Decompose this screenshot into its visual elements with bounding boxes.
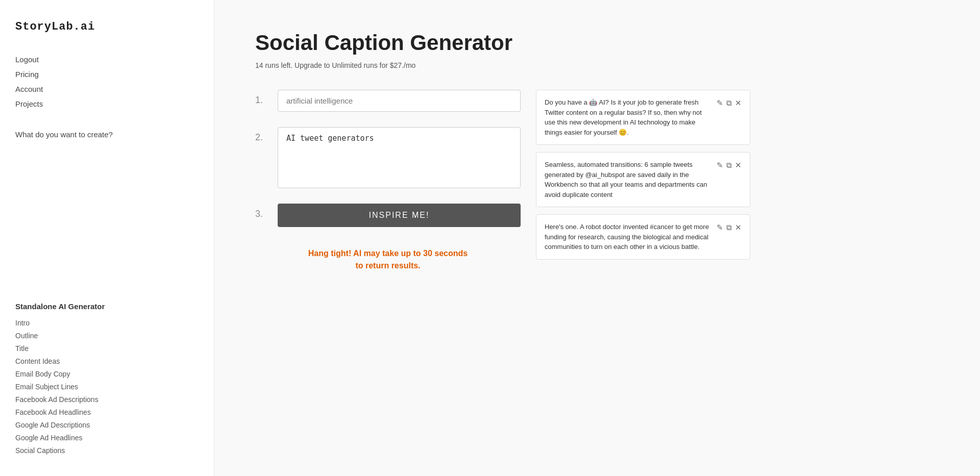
what-create-label: What do you want to create?	[15, 130, 199, 139]
result-card-1-actions: ✎ ⧉ ✕	[717, 97, 742, 109]
standalone-link-social-captions[interactable]: Social Captions	[15, 445, 199, 456]
main-content: Social Caption Generator 14 runs left. U…	[214, 0, 980, 476]
results-column: Do you have a 🤖 AI? Is it your job to ge…	[536, 90, 750, 260]
standalone-link-facebook-ad-headlines[interactable]: Facebook Ad Headlines	[15, 407, 199, 417]
standalone-link-google-ad-headlines[interactable]: Google Ad Headlines	[15, 433, 199, 443]
standalone-link-content-ideas[interactable]: Content Ideas	[15, 356, 199, 366]
standalone-link-google-ad-descriptions[interactable]: Google Ad Descriptions	[15, 420, 199, 430]
topic-input[interactable]	[278, 90, 521, 112]
form-row-3: 3. Inspire me!	[255, 204, 521, 227]
result-card-1: Do you have a 🤖 AI? Is it your job to ge…	[536, 90, 750, 145]
result-text-2: Seamless, automated transitions: 6 sampl…	[545, 160, 713, 199]
runs-info: 14 runs left. Upgrade to Unlimited runs …	[255, 61, 939, 69]
edit-icon-1[interactable]: ✎	[717, 97, 723, 109]
page-title: Social Caption Generator	[255, 31, 939, 55]
result-card-3: Here's one. A robot doctor invented #can…	[536, 214, 750, 260]
step-2-number: 2.	[255, 127, 267, 143]
step-3-number: 3.	[255, 204, 267, 219]
content-input[interactable]: AI tweet generators	[278, 127, 521, 188]
copy-icon-1[interactable]: ⧉	[726, 97, 732, 109]
sidebar: StoryLab.ai Logout Pricing Account Proje…	[0, 0, 214, 476]
nav-logout[interactable]: Logout	[15, 54, 199, 65]
standalone-link-outline[interactable]: Outline	[15, 331, 199, 341]
logo: StoryLab.ai	[15, 20, 199, 33]
result-text-1: Do you have a 🤖 AI? Is it your job to ge…	[545, 97, 713, 137]
standalone-title: Standalone AI Generator	[15, 302, 199, 311]
result-text-3: Here's one. A robot doctor invented #can…	[545, 222, 713, 252]
standalone-link-title[interactable]: Title	[15, 343, 199, 354]
form-row-2: 2. AI tweet generators	[255, 127, 521, 188]
copy-icon-3[interactable]: ⧉	[726, 222, 732, 234]
nav-account[interactable]: Account	[15, 83, 199, 95]
edit-icon-2[interactable]: ✎	[717, 160, 723, 171]
inspire-button[interactable]: Inspire me!	[278, 204, 521, 227]
standalone-section: Standalone AI Generator Intro Outline Ti…	[15, 302, 199, 456]
close-icon-2[interactable]: ✕	[735, 160, 742, 171]
close-icon-3[interactable]: ✕	[735, 222, 742, 234]
result-card-2-actions: ✎ ⧉ ✕	[717, 160, 742, 171]
edit-icon-3[interactable]: ✎	[717, 222, 723, 234]
left-form: 1. 2. AI tweet generators 3. Inspire me!…	[255, 90, 521, 272]
main-content-area: 1. 2. AI tweet generators 3. Inspire me!…	[255, 90, 939, 272]
form-section: 1. 2. AI tweet generators 3. Inspire me!…	[255, 90, 521, 272]
standalone-link-email-subject-lines[interactable]: Email Subject Lines	[15, 382, 199, 392]
hang-tight-message: Hang tight! AI may take up to 30 seconds…	[255, 247, 521, 272]
nav-links: Logout Pricing Account Projects	[15, 54, 199, 110]
nav-pricing[interactable]: Pricing	[15, 68, 199, 80]
close-icon-1[interactable]: ✕	[735, 97, 742, 109]
copy-icon-2[interactable]: ⧉	[726, 160, 732, 171]
standalone-link-email-body-copy[interactable]: Email Body Copy	[15, 369, 199, 379]
nav-projects[interactable]: Projects	[15, 98, 199, 110]
standalone-link-intro[interactable]: Intro	[15, 318, 199, 328]
result-card-3-actions: ✎ ⧉ ✕	[717, 222, 742, 234]
step-1-number: 1.	[255, 90, 267, 106]
standalone-link-facebook-ad-descriptions[interactable]: Facebook Ad Descriptions	[15, 394, 199, 405]
form-row-1: 1.	[255, 90, 521, 112]
result-card-2: Seamless, automated transitions: 6 sampl…	[536, 152, 750, 207]
standalone-links: Intro Outline Title Content Ideas Email …	[15, 318, 199, 456]
